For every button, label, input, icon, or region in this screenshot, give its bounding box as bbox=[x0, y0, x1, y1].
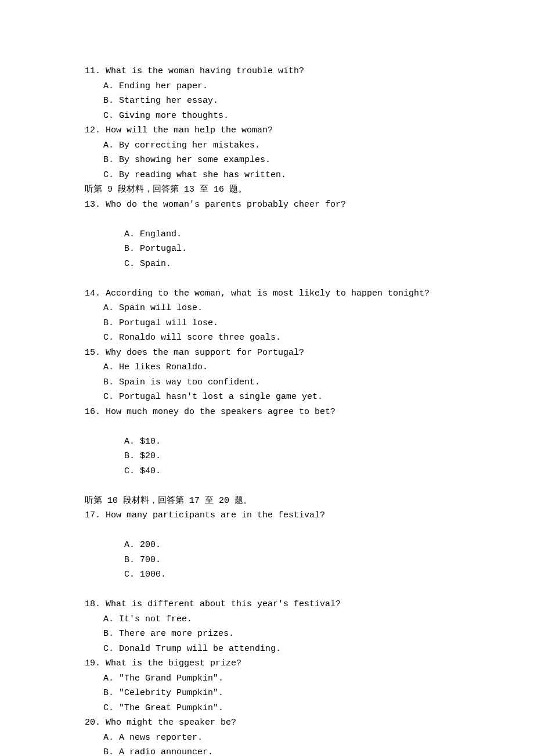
q17-option-c: C. 1000. bbox=[124, 567, 166, 582]
q12-option-c: C. By reading what she has written. bbox=[64, 168, 470, 183]
q17-option-b: B. 700. bbox=[124, 553, 252, 568]
q11-option-b: B. Starting her essay. bbox=[64, 93, 470, 109]
q15-stem: 15. Why does the man support for Portuga… bbox=[64, 345, 470, 361]
q11-option-c: C. Giving more thoughts. bbox=[64, 109, 470, 124]
section-10-header: 听第 10 段材料，回答第 17 至 20 题。 bbox=[64, 494, 470, 509]
q14-option-b: B. Portugal will lose. bbox=[64, 316, 470, 331]
q18-option-b: B. There are more prizes. bbox=[64, 627, 470, 642]
q18-option-c: C. Donald Trump will be attending. bbox=[64, 642, 470, 657]
q20-option-a: A. A news reporter. bbox=[64, 730, 470, 746]
q19-option-a: A. "The Grand Pumpkin". bbox=[64, 671, 470, 686]
q15-option-c: C. Portugal hasn't lost a single game ye… bbox=[64, 390, 470, 405]
q15-option-b: B. Spain is way too confident. bbox=[64, 375, 470, 390]
q17-options: A. 200. B. 700. C. 1000. bbox=[64, 523, 470, 597]
section-9-header: 听第 9 段材料，回答第 13 至 16 题。 bbox=[64, 182, 470, 197]
q15-option-a: A. He likes Ronaldo. bbox=[64, 360, 470, 375]
q13-option-b: B. Portugal. bbox=[124, 242, 252, 257]
q16-option-a: A. $10. bbox=[124, 434, 243, 449]
q17-option-a: A. 200. bbox=[124, 538, 243, 553]
q11-stem: 11. What is the woman having trouble wit… bbox=[64, 64, 470, 79]
q16-option-b: B. $20. bbox=[124, 449, 252, 464]
q20-option-b: B. A radio announcer. bbox=[64, 745, 470, 756]
exam-page: 11. What is the woman having trouble wit… bbox=[0, 0, 534, 756]
q12-stem: 12. How will the man help the woman? bbox=[64, 123, 470, 138]
q11-option-a: A. Ending her paper. bbox=[64, 79, 470, 94]
q12-option-b: B. By showing her some examples. bbox=[64, 153, 470, 168]
q14-stem: 14. According to the woman, what is most… bbox=[64, 286, 470, 301]
q19-stem: 19. What is the biggest prize? bbox=[64, 656, 470, 671]
q12-option-a: A. By correcting her mistakes. bbox=[64, 138, 470, 153]
q13-option-c: C. Spain. bbox=[124, 257, 171, 272]
q19-option-c: C. "The Great Pumpkin". bbox=[64, 701, 470, 716]
q13-option-a: A. England. bbox=[124, 227, 243, 242]
q18-option-a: A. It's not free. bbox=[64, 612, 470, 627]
q18-stem: 18. What is different about this year's … bbox=[64, 597, 470, 612]
q16-stem: 16. How much money do the speakers agree… bbox=[64, 405, 470, 420]
q20-stem: 20. Who might the speaker be? bbox=[64, 715, 470, 730]
q19-option-b: B. "Celebrity Pumpkin". bbox=[64, 686, 470, 701]
q17-stem: 17. How many participants are in the fes… bbox=[64, 508, 470, 523]
q14-option-c: C. Ronaldo will score three goals. bbox=[64, 330, 470, 345]
q14-option-a: A. Spain will lose. bbox=[64, 301, 470, 316]
q13-options: A. England. B. Portugal. C. Spain. bbox=[64, 212, 470, 286]
q16-option-c: C. $40. bbox=[124, 464, 161, 479]
q13-stem: 13. Who do the woman's parents probably … bbox=[64, 197, 470, 213]
q16-options: A. $10. B. $20. C. $40. bbox=[64, 419, 470, 494]
